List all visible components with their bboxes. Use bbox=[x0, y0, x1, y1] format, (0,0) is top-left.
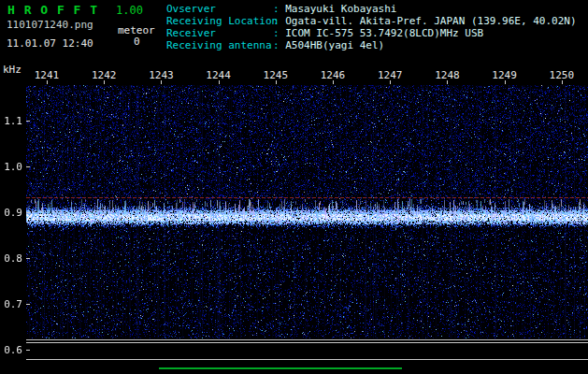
station-info-field-label: Receiving antenna bbox=[166, 39, 273, 51]
meteor-count-value: 0 bbox=[134, 36, 140, 48]
frequency-label: 1.0 bbox=[0, 161, 22, 173]
frequency-tick bbox=[26, 258, 30, 259]
strip-border-upper bbox=[26, 342, 588, 343]
station-info-field-label: Ovserver bbox=[166, 3, 273, 15]
frequency-tick bbox=[26, 121, 30, 122]
station-info-colon: : bbox=[273, 3, 285, 15]
station-info-row: Receiver: ICOM IC-575 53.7492(8LCD)MHz U… bbox=[166, 27, 577, 39]
station-info-field-value: Masayuki Kobayashi bbox=[285, 3, 396, 15]
output-filename: 1101071240.png bbox=[7, 19, 93, 31]
station-info-field-value: ICOM IC-575 53.7492(8LCD)MHz USB bbox=[285, 27, 483, 39]
signal-level-trace bbox=[159, 367, 402, 369]
time-tick bbox=[390, 80, 391, 84]
station-info-field-value: A504HB(yagi 4el) bbox=[285, 39, 384, 51]
frequency-tick bbox=[26, 212, 30, 213]
frequency-label: 0.9 bbox=[0, 207, 22, 219]
station-info-colon: : bbox=[273, 27, 285, 39]
time-tick bbox=[447, 80, 448, 84]
time-tick bbox=[562, 80, 563, 84]
station-info-row: Ovserver: Masayuki Kobayashi bbox=[166, 3, 577, 15]
y-axis-unit-label: kHz bbox=[3, 64, 22, 76]
observation-datetime: 11.01.07 12:40 bbox=[7, 37, 93, 50]
station-info-row: Receiving Location: Ogata-vill. Akita-Pr… bbox=[166, 15, 577, 27]
station-info-colon: : bbox=[273, 39, 285, 51]
frequency-marker-line bbox=[26, 197, 588, 198]
frequency-label: 0.7 bbox=[0, 298, 22, 310]
station-info-row: Receiving antenna: A504HB(yagi 4el) bbox=[166, 39, 577, 51]
station-info: Ovserver: Masayuki KobayashiReceiving Lo… bbox=[166, 3, 577, 51]
frequency-tick bbox=[26, 350, 30, 351]
time-tick bbox=[505, 80, 506, 84]
spectrogram-canvas bbox=[26, 85, 588, 338]
frequency-tick bbox=[26, 166, 30, 167]
station-info-field-label: Receiver bbox=[166, 27, 273, 39]
frequency-tick bbox=[26, 304, 30, 305]
time-tick bbox=[161, 80, 162, 84]
station-info-field-value: Ogata-vill. Akita-Pref. JAPAN (139.96E, … bbox=[285, 15, 576, 27]
station-info-colon: : bbox=[273, 15, 285, 27]
time-tick bbox=[104, 80, 105, 84]
hrofft-window: H R O F F T 1.00 1101071240.png meteor 0… bbox=[0, 0, 588, 374]
app-version: 1.00 bbox=[116, 4, 143, 17]
frequency-label: 1.1 bbox=[0, 115, 22, 127]
time-tick bbox=[276, 80, 277, 84]
station-info-field-label: Receiving Location bbox=[166, 15, 273, 27]
time-tick bbox=[333, 80, 334, 84]
app-title: H R O F F T bbox=[7, 3, 98, 17]
strip-border-top bbox=[26, 339, 588, 340]
time-tick bbox=[47, 80, 48, 84]
frequency-label: 0.6 bbox=[0, 344, 22, 356]
strip-border-lower bbox=[26, 359, 588, 360]
time-tick bbox=[219, 80, 220, 84]
frequency-label: 0.8 bbox=[0, 252, 22, 265]
